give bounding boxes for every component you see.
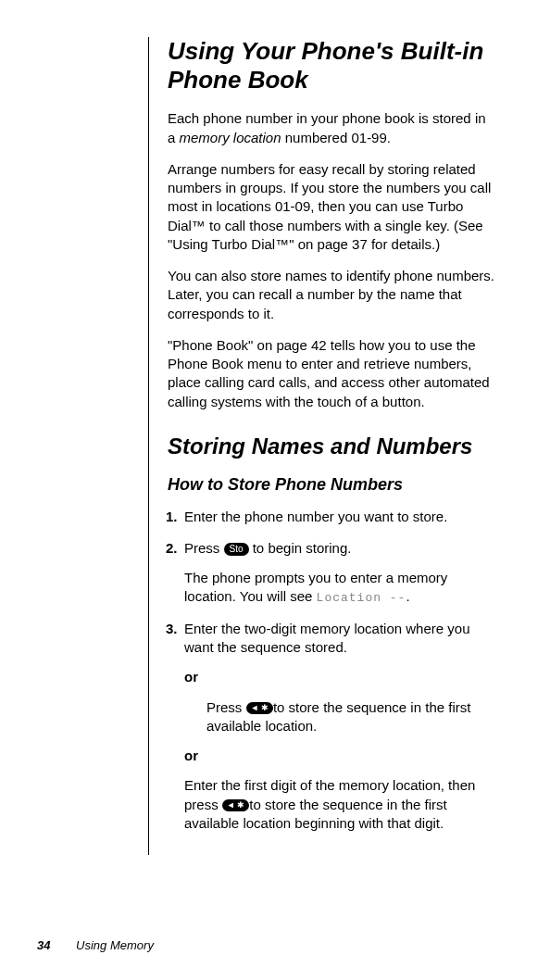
para-store-names: You can also store names to identify pho… [168, 267, 494, 323]
step-text: Enter the phone number you want to store… [184, 509, 447, 524]
page-number: 34 [37, 938, 50, 952]
section-heading-phonebook: Using Your Phone's Built-in Phone Book [168, 37, 494, 94]
step-2: 2. Press Sto to begin storing. The phone… [184, 539, 494, 607]
step-text-a: Press [184, 540, 219, 556]
steps-list: 1. Enter the phone number you want to st… [168, 508, 494, 834]
step-number: 3. [166, 620, 178, 638]
left-star-key-icon: ◄ ✱ [246, 702, 273, 714]
alt-option-1: Press ◄ ✱to store the sequence in the fi… [206, 698, 494, 736]
para1-italic: memory location [180, 130, 281, 145]
step-text-b: to begin storing. [249, 540, 352, 556]
step-1: 1. Enter the phone number you want to st… [184, 508, 494, 526]
para1-text-c: numbered 01-99. [281, 130, 391, 145]
left-star-key-icon: ◄ ✱ [222, 799, 249, 811]
subheading-howto-store: How to Store Phone Numbers [168, 475, 494, 495]
step-3: 3. Enter the two-digit memory location w… [184, 620, 494, 833]
step-number: 2. [166, 539, 178, 558]
lcd-display-text: Location -- [317, 591, 406, 605]
section-heading-storing: Storing Names and Numbers [168, 433, 494, 460]
para-turbodial: Arrange numbers for easy recall by stori… [168, 160, 494, 254]
footer-section-name: Using Memory [76, 938, 154, 952]
para-phonebook-ref: "Phone Book" on page 42 tells how you to… [168, 336, 494, 411]
alt1-a: Press [206, 699, 246, 715]
sto-key-icon: Sto [224, 543, 249, 556]
para-memory-location: Each phone number in your phone book is … [168, 109, 494, 147]
alt-option-2: Enter the first digit of the memory loca… [184, 776, 494, 833]
or-label: or [184, 668, 494, 686]
page-footer: 34 Using Memory [37, 938, 154, 952]
content-area: Using Your Phone's Built-in Phone Book E… [148, 37, 494, 855]
step-subtext: The phone prompts you to enter a memory … [184, 569, 494, 607]
or-label: or [184, 747, 494, 765]
step-number: 1. [166, 508, 178, 526]
subtext-c: . [406, 588, 409, 604]
step-text: Enter the two-digit memory location wher… [184, 621, 469, 655]
